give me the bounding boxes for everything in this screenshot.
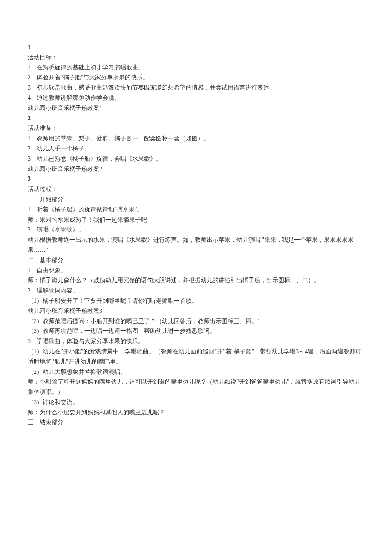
paragraph-line: 4、通过教师讲解舞蹈动作学会跳。 [28,93,364,103]
paragraph-line: 二、基本部分 [28,255,364,266]
paragraph-line: （2）教师范唱后提问：小船开到谁的嘴巴里了？（幼儿回答后，教师出示图标三、四。） [28,316,364,327]
paragraph-line: 2、幼儿人手一个橘子。 [28,144,364,154]
paragraph-line: 师：果园的水果成熟了！我们一起来摘果子吧！ [28,215,364,225]
paragraph-line: （1）幼儿在"开小船"的游戏情景中，学唱歌曲。（教师在幼儿面前巡回"开"着"橘子… [28,347,364,367]
paragraph-line: 一、开始部分 [28,194,364,205]
paragraph-line: 1、在熟悉旋律的基础上初步学习演唱歌曲。 [28,63,364,73]
paragraph-line: 幼儿园小班音乐橘子船教案1 [28,103,364,113]
section-number: 1 [28,42,364,52]
paragraph-line: （3）教师再次范唱，一边唱一边逐一指图，帮助幼儿进一步熟悉歌词。 [28,326,364,336]
paragraph-line: （1）橘子船要开了！它要开到哪里呢？请你们听老师唱一首歌。 [28,296,364,306]
paragraph-line: 师：为什么小船要开到妈妈和其他人的嘴里边儿呢？ [28,408,364,418]
paragraph-line: 3、初步欣赏歌曲，感受歌曲活泼欢快的节奏既充满幻想希望的情感，并尝试用语言进行表… [28,83,364,93]
paragraph-line: 1、教师用的苹果、梨子、菠萝、橘子各一，配套图标一套（如图）。 [28,133,364,144]
paragraph-line: 2、体验开着"橘子船"与大家分享水果的快乐。 [28,72,364,83]
document-body: 1活动目标：1、在熟悉旋律的基础上初步学习演唱歌曲。2、体验开着"橘子船"与大家… [28,42,364,428]
paragraph-line: 三、结束部分 [28,417,364,428]
paragraph-line: 幼儿园小班音乐橘子船教案3 [28,306,364,316]
horizontal-rule [28,30,364,30]
paragraph-line: 2、演唱《水果歌》。 [28,225,364,235]
paragraph-line: 3、幼儿已熟悉《橘子船》旋律，会唱《水果歌》。 [28,154,364,164]
section-number: 3 [28,174,364,184]
paragraph-line: 幼儿根据教师逐一出示的水果，演唱《水果歌》进行练声。如，教师出示苹果，幼儿演唱 … [28,235,364,255]
paragraph-line: （2）幼儿大胆想象并替换歌词演唱。 [28,367,364,377]
paragraph-line: 1、听着《橘子船》的旋律做律动"摘水果"。 [28,205,364,215]
paragraph-line: 师：小船除了可开到妈妈的嘴里边儿，还可以开到谁的嘴里边儿呢？（幼儿如说"开到爸爸… [28,377,364,397]
paragraph-line: 3、学唱歌曲，体验与大家分享水果的快乐。 [28,336,364,347]
paragraph-line: 1、自由想象。 [28,266,364,276]
section-number: 2 [28,113,364,124]
document-page: 1活动目标：1、在熟悉旋律的基础上初步学习演唱歌曲。2、体验开着"橘子船"与大家… [0,0,392,555]
paragraph-line: 活动准备： [28,123,364,133]
paragraph-line: 幼儿园小班音乐橘子船教案2 [28,164,364,174]
paragraph-line: 活动过程： [28,184,364,194]
paragraph-line: （3）讨论和交流。 [28,397,364,408]
paragraph-line: 活动目标： [28,52,364,63]
paragraph-line: 师：橘子瓣儿像什么？（鼓励幼儿用完整的语句大胆讲述，并根据幼儿的讲述引出橘子船，… [28,275,364,286]
paragraph-line: 2、理解歌词内容。 [28,286,364,296]
